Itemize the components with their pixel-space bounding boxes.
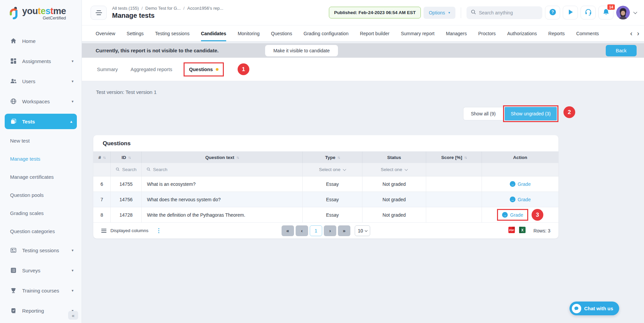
report-subtabs: Summary Aggregated reports Questions 1 bbox=[82, 58, 644, 81]
first-page-button[interactable]: « bbox=[282, 225, 294, 236]
show-all-button[interactable]: Show all (9) bbox=[463, 107, 503, 120]
column-header-question-text[interactable]: Question text↑↓ bbox=[142, 152, 303, 163]
column-header-score[interactable]: Score [%]↑↓ bbox=[426, 152, 482, 163]
grade-link[interactable]: →Grade bbox=[502, 212, 523, 218]
cell-action: →Grade bbox=[482, 192, 558, 207]
sidebar-item-grading-scales[interactable]: Grading scales bbox=[0, 204, 82, 222]
search-input[interactable] bbox=[479, 10, 538, 15]
more-options-icon[interactable]: ⋮ bbox=[156, 227, 161, 234]
questions-card: Questions #↑↓ ID↑↓ Question text↑↓ Type↑… bbox=[93, 135, 558, 238]
tab-reports[interactable]: Reports bbox=[548, 25, 565, 41]
tab-monitoring[interactable]: Monitoring bbox=[238, 25, 259, 41]
user-avatar[interactable] bbox=[616, 6, 630, 19]
tab-candidates[interactable]: Candidates bbox=[201, 25, 226, 41]
sidebar-item-tests[interactable]: Tests ▴ bbox=[5, 114, 77, 129]
subtab-aggregated-reports[interactable]: Aggregated reports bbox=[129, 63, 174, 75]
column-header-id[interactable]: ID↑↓ bbox=[111, 152, 142, 163]
breadcrumb-report[interactable]: Accon1956's rep... bbox=[187, 6, 223, 11]
sidebar-collapse-button[interactable]: « bbox=[68, 311, 78, 320]
tutorial-play-button[interactable] bbox=[563, 6, 578, 19]
table-row: 8 14728 Write the definition of the Pyth… bbox=[93, 207, 558, 223]
breadcrumb-test[interactable]: Demo Test for G... bbox=[145, 6, 181, 11]
cell-question-text: Write the definition of the Pythagoras T… bbox=[142, 207, 303, 223]
chevron-down-icon: ▾ bbox=[71, 99, 73, 104]
cell-num: 6 bbox=[93, 176, 111, 192]
support-button[interactable] bbox=[581, 6, 596, 19]
grade-link[interactable]: →Grade bbox=[510, 197, 531, 202]
logo-text: youtestme GetCertified bbox=[22, 6, 66, 20]
breadcrumb-separator: / bbox=[183, 6, 185, 11]
column-header-num[interactable]: #↑↓ bbox=[93, 152, 111, 163]
subtab-summary[interactable]: Summary bbox=[96, 63, 119, 75]
tab-grading-configuration[interactable]: Grading configuration bbox=[304, 25, 349, 41]
tab-overview[interactable]: Overview bbox=[96, 25, 115, 41]
sidebar-item-users[interactable]: Users ▾ bbox=[0, 71, 82, 91]
last-page-button[interactable]: » bbox=[338, 225, 350, 236]
sidebar-item-training-courses[interactable]: Training courses ▾ bbox=[0, 280, 82, 301]
tab-questions[interactable]: Questions bbox=[271, 25, 292, 41]
chat-with-us-button[interactable]: Chat with us bbox=[569, 302, 619, 315]
tab-managers[interactable]: Managers bbox=[446, 25, 467, 41]
published-status-badge: Published: Feb-24-2023 06:54 AM EST bbox=[329, 7, 420, 18]
sidebar-item-assignments[interactable]: Assignments ▾ bbox=[0, 51, 82, 71]
tab-authorizations[interactable]: Authorizations bbox=[507, 25, 537, 41]
sidebar-item-manage-tests[interactable]: Manage tests bbox=[0, 150, 82, 168]
filter-status: Select one bbox=[362, 163, 426, 176]
breadcrumb-separator: / bbox=[141, 6, 143, 11]
grade-link[interactable]: →Grade bbox=[510, 181, 531, 187]
cell-score bbox=[426, 192, 482, 207]
question-text-search-input[interactable] bbox=[153, 167, 302, 172]
breadcrumb-all-tests[interactable]: All tests (155) bbox=[112, 6, 139, 11]
chevron-down-icon: ▾ bbox=[71, 59, 73, 63]
show-ungraded-button[interactable]: Show ungraded (3) bbox=[505, 107, 557, 120]
profile-chevron-icon[interactable] bbox=[633, 10, 637, 14]
export-pdf-icon[interactable]: PDF bbox=[508, 226, 515, 235]
back-button[interactable]: Back bbox=[606, 45, 637, 56]
current-page-button[interactable]: 1 bbox=[310, 225, 322, 236]
status-select[interactable]: Select one bbox=[362, 167, 426, 172]
options-button[interactable]: Options ▾ bbox=[424, 7, 455, 19]
subtab-questions[interactable]: Questions bbox=[184, 62, 224, 76]
sidebar-nav: Home Assignments ▾ Users ▾ Workspaces ▾ … bbox=[0, 31, 82, 321]
brand-mark-icon bbox=[9, 6, 19, 24]
tab-proctors[interactable]: Proctors bbox=[478, 25, 496, 41]
sidebar-item-new-test[interactable]: New test bbox=[0, 131, 82, 150]
column-header-status[interactable]: Status bbox=[362, 152, 426, 163]
id-search-input[interactable] bbox=[122, 167, 141, 172]
tab-settings[interactable]: Settings bbox=[127, 25, 144, 41]
export-excel-icon[interactable]: X bbox=[518, 226, 526, 235]
cell-score bbox=[426, 207, 482, 223]
help-button[interactable]: ? bbox=[545, 6, 560, 19]
card-title: Questions bbox=[93, 135, 558, 152]
sidebar-item-home[interactable]: Home bbox=[0, 31, 82, 51]
tab-testing-sessions[interactable]: Testing sessions bbox=[155, 25, 190, 41]
notifications-button[interactable]: 14 bbox=[598, 6, 613, 19]
chat-bubble-icon bbox=[572, 304, 581, 313]
displayed-columns-label[interactable]: Displayed columns bbox=[110, 228, 148, 233]
displayed-columns-icon[interactable] bbox=[101, 229, 106, 233]
previous-page-button[interactable]: ‹ bbox=[296, 225, 308, 236]
brand-tagline: GetCertified bbox=[22, 15, 66, 20]
sidebar-item-testing-sessions[interactable]: Testing sessions ▾ bbox=[0, 240, 82, 260]
tabs-scroll-left-icon[interactable]: ‹ bbox=[630, 30, 633, 37]
filter-action bbox=[482, 163, 558, 176]
page-size-select[interactable]: 10 bbox=[355, 225, 370, 236]
make-visible-button[interactable]: Make it visible to candidate bbox=[265, 45, 338, 56]
tab-comments[interactable]: Comments bbox=[576, 25, 599, 41]
menu-toggle-button[interactable] bbox=[91, 6, 107, 20]
sidebar-item-question-categories[interactable]: Question categories bbox=[0, 222, 82, 240]
cell-action: →Grade bbox=[482, 176, 558, 192]
tab-report-builder[interactable]: Report builder bbox=[360, 25, 389, 41]
next-page-button[interactable]: › bbox=[324, 225, 336, 236]
sidebar-item-surveys[interactable]: Surveys ▾ bbox=[0, 260, 82, 280]
tab-summary-report[interactable]: Summary report bbox=[401, 25, 434, 41]
sidebar-item-workspaces[interactable]: Workspaces ▾ bbox=[0, 91, 82, 111]
type-select[interactable]: Select one bbox=[303, 167, 362, 172]
tab-bar: Overview Settings Testing sessions Candi… bbox=[82, 25, 644, 42]
workspaces-icon bbox=[10, 98, 17, 105]
column-header-type[interactable]: Type↑↓ bbox=[303, 152, 362, 163]
tabs-scroll-right-icon[interactable]: › bbox=[637, 30, 639, 37]
cell-question-text: What is an ecosystem? bbox=[142, 176, 303, 192]
sidebar-item-question-pools[interactable]: Question pools bbox=[0, 186, 82, 204]
sidebar-item-manage-certificates[interactable]: Manage certificates bbox=[0, 168, 82, 186]
